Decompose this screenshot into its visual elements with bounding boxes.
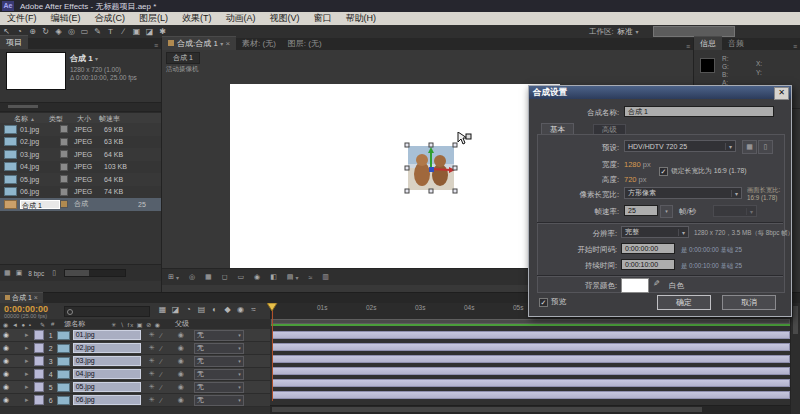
magnification-caret-icon[interactable]: ▾ bbox=[176, 274, 179, 281]
save-preset-button[interactable]: ▦ bbox=[742, 140, 757, 154]
selected-layer[interactable] bbox=[404, 142, 458, 194]
layer-row[interactable]: ◉ ▸ 5 05.jpg ✳ ∕ ◉ 无▾ bbox=[0, 381, 270, 394]
layer-color-chip[interactable] bbox=[34, 356, 44, 366]
brainstorm-icon[interactable]: ◆ bbox=[221, 305, 234, 314]
eyedropper-icon[interactable]: ✎ bbox=[653, 279, 660, 288]
project-row[interactable]: 05.jpg JPEG 64 KB bbox=[0, 173, 161, 186]
fx-switch-icon[interactable]: ∕ bbox=[161, 397, 162, 404]
preview-checkbox[interactable]: ✓ 预览 bbox=[539, 297, 566, 307]
background-color-swatch[interactable] bbox=[621, 278, 649, 293]
comp-tab-caret-icon[interactable]: ▾ bbox=[220, 41, 223, 47]
eye-icon[interactable]: ◉ bbox=[3, 370, 9, 378]
layer-color-chip[interactable] bbox=[34, 369, 44, 379]
layer-bar[interactable] bbox=[272, 355, 790, 363]
preview-scrub-strip[interactable] bbox=[0, 102, 161, 112]
parent-dropdown[interactable]: 无▾ bbox=[194, 330, 244, 341]
menu-help[interactable]: 帮助(H) bbox=[339, 12, 384, 25]
transform-icon[interactable]: ◉ bbox=[178, 383, 184, 391]
layer-row[interactable]: ◉ ▸ 4 04.jpg ✳ ∕ ◉ 无▾ bbox=[0, 368, 270, 381]
composition-canvas[interactable] bbox=[230, 84, 560, 268]
menu-file[interactable]: 文件(F) bbox=[0, 12, 44, 25]
expand-icon[interactable]: ▸ bbox=[25, 331, 29, 339]
col-parent[interactable]: 父级 bbox=[175, 319, 189, 329]
menu-view[interactable]: 视图(V) bbox=[263, 12, 307, 25]
project-hscrollbar[interactable] bbox=[64, 269, 126, 277]
layer-name[interactable]: 03.jpg bbox=[73, 356, 141, 366]
comp-flowchart-icon[interactable]: ▦ bbox=[156, 305, 169, 314]
project-bpc[interactable]: 8 bpc bbox=[28, 270, 44, 277]
expand-icon[interactable]: ▸ bbox=[25, 357, 29, 365]
show-channel-icon[interactable]: ◧ bbox=[270, 273, 277, 281]
expand-icon[interactable]: ▸ bbox=[25, 396, 29, 404]
playhead-marker[interactable] bbox=[267, 303, 278, 312]
scroll-thumb[interactable] bbox=[65, 270, 89, 276]
interpret-footage-icon[interactable]: ▦ bbox=[4, 269, 11, 277]
file-name[interactable]: 04.jpg bbox=[20, 163, 60, 170]
layer-bar[interactable] bbox=[272, 343, 790, 351]
frame-rate-caret-button[interactable]: ▾ bbox=[660, 205, 673, 218]
layer-color-chip[interactable] bbox=[34, 343, 44, 353]
layer-color-chip[interactable] bbox=[34, 395, 44, 405]
quality-switch-icon[interactable]: ✳ bbox=[149, 370, 155, 378]
rotation-tool-icon[interactable]: ↻ bbox=[39, 27, 52, 36]
mask-visibility-icon[interactable]: ◻ bbox=[222, 273, 228, 281]
layer-row[interactable]: ◉ ▸ 1 01.jpg ✳ ∕ ◉ 无▾ bbox=[0, 329, 270, 342]
panel-menu-icon[interactable]: ≡ bbox=[154, 42, 158, 49]
scrub-handle[interactable] bbox=[8, 105, 38, 108]
layer-color-chip[interactable] bbox=[34, 382, 44, 392]
panel-menu-icon[interactable]: ≡ bbox=[793, 43, 797, 50]
new-folder-icon[interactable]: ▣ bbox=[16, 269, 23, 277]
preset-dropdown[interactable]: HDV/HDTV 720 25 ▾ bbox=[624, 140, 736, 152]
workspace-value[interactable]: 标准 bbox=[618, 27, 633, 37]
pen-tool-icon[interactable]: ✎ bbox=[91, 27, 104, 36]
layer-name[interactable]: 05.jpg bbox=[73, 382, 141, 392]
quality-switch-icon[interactable]: ✳ bbox=[149, 383, 155, 391]
draft-3d-icon[interactable]: ◪ bbox=[169, 305, 182, 314]
snapshot-icon[interactable]: ◉ bbox=[254, 273, 260, 281]
hide-shy-layers-icon[interactable]: ◔ bbox=[182, 305, 195, 314]
layer-name[interactable]: 01.jpg bbox=[73, 330, 141, 340]
col-type[interactable]: 类型 bbox=[49, 114, 63, 124]
height-value[interactable]: 720 px bbox=[624, 175, 647, 184]
region-of-interest-icon[interactable]: ▭ bbox=[237, 273, 244, 281]
fx-switch-icon[interactable]: ∕ bbox=[161, 358, 162, 365]
lock-aspect-checkbox[interactable]: ✓ 锁定长宽比为 16:9 (1.78) bbox=[659, 166, 747, 176]
graph-editor-icon[interactable]: ≈ bbox=[247, 305, 260, 314]
layer-bar[interactable] bbox=[272, 331, 790, 339]
camera-tool-icon[interactable]: ◈ bbox=[52, 27, 65, 36]
tab-composition[interactable]: 合成:合成 1 ▾ × bbox=[162, 36, 236, 50]
tab-project[interactable]: 项目 bbox=[0, 35, 28, 49]
quality-switch-icon[interactable]: ✳ bbox=[149, 396, 155, 404]
project-row[interactable]: 04.jpg JPEG 103 KB bbox=[0, 161, 161, 174]
scroll-thumb[interactable] bbox=[793, 306, 798, 334]
menu-edit[interactable]: 编辑(E) bbox=[44, 12, 88, 25]
transform-icon[interactable]: ◉ bbox=[178, 370, 184, 378]
resolution-dropdown[interactable]: 完整 ▾ bbox=[621, 226, 689, 238]
layer-name[interactable]: 04.jpg bbox=[73, 369, 141, 379]
resolution-caret-icon[interactable]: ▾ bbox=[295, 274, 298, 281]
scroll-thumb[interactable] bbox=[272, 407, 702, 412]
timeline-search-input[interactable] bbox=[64, 306, 150, 317]
timeline-tab-close-icon[interactable]: × bbox=[34, 294, 38, 301]
clone-stamp-tool-icon[interactable]: ▣ bbox=[130, 27, 143, 36]
active-camera-label[interactable]: 活动摄像机 bbox=[166, 65, 199, 74]
grid-options-icon[interactable]: ▦ bbox=[205, 273, 212, 281]
quality-switch-icon[interactable]: ✳ bbox=[149, 331, 155, 339]
col-number[interactable]: # bbox=[51, 321, 54, 327]
layer-bar[interactable] bbox=[272, 391, 790, 399]
file-name[interactable]: 03.jpg bbox=[20, 151, 60, 158]
trash-icon[interactable]: ▯ bbox=[52, 269, 56, 277]
viewer-subtab[interactable]: 合成 1 bbox=[166, 52, 200, 64]
comp-tab-close-icon[interactable]: × bbox=[225, 39, 230, 48]
quality-switch-icon[interactable]: ✳ bbox=[149, 344, 155, 352]
quality-switch-icon[interactable]: ✳ bbox=[149, 357, 155, 365]
tab-footage[interactable]: 素材: (无) bbox=[236, 37, 282, 50]
eye-icon[interactable]: ◉ bbox=[3, 331, 9, 339]
menu-layer[interactable]: 图层(L) bbox=[132, 12, 175, 25]
pan-behind-tool-icon[interactable]: ◎ bbox=[65, 27, 78, 36]
transform-icon[interactable]: ◉ bbox=[178, 344, 184, 352]
layer-bar[interactable] bbox=[272, 379, 790, 387]
timeline-vscrollbar[interactable] bbox=[790, 303, 800, 414]
magnification-menu-icon[interactable]: ⊞ bbox=[168, 273, 174, 281]
parent-dropdown[interactable]: 无▾ bbox=[194, 382, 244, 393]
